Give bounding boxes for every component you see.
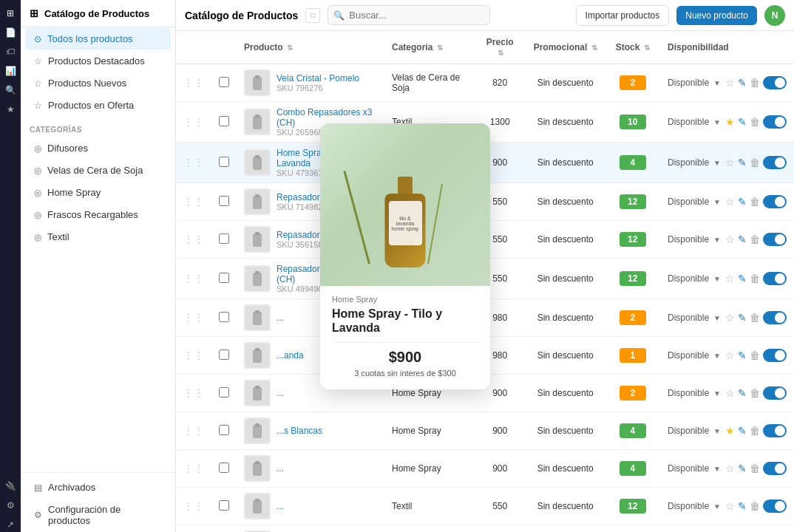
rail-external-icon[interactable]: ↗ (3, 517, 18, 532)
edit-icon[interactable]: ✎ (738, 387, 747, 399)
drag-handle-icon[interactable]: ⋮⋮ (183, 77, 204, 89)
edit-icon[interactable]: ✎ (738, 273, 747, 284)
sidebar-item-todos[interactable]: ⊙Todos los productos (25, 28, 171, 50)
drag-handle-icon[interactable]: ⋮⋮ (183, 387, 204, 399)
delete-icon[interactable]: 🗑 (750, 157, 760, 168)
row-checkbox[interactable] (219, 349, 229, 360)
import-button[interactable]: Importar productos (576, 5, 670, 26)
delete-icon[interactable]: 🗑 (750, 500, 760, 512)
availability-dropdown-icon[interactable]: ▼ (713, 502, 721, 511)
row-checkbox[interactable] (219, 233, 229, 244)
delete-icon[interactable]: 🗑 (750, 387, 760, 399)
row-checkbox[interactable] (219, 77, 229, 87)
row-checkbox[interactable] (219, 196, 229, 206)
sidebar-item-velas[interactable]: ◎Velas de Cera de Soja (25, 160, 171, 181)
row-checkbox[interactable] (219, 463, 229, 473)
edit-icon[interactable]: ✎ (738, 157, 747, 168)
product-name[interactable]: ...anda (276, 350, 304, 361)
edit-icon[interactable]: ✎ (738, 349, 747, 361)
sidebar-item-frascos[interactable]: ◎Frascos Recargables (25, 204, 171, 225)
product-name[interactable]: Vela Cristal - Pomelo (276, 73, 359, 83)
toggle-switch[interactable] (763, 76, 787, 89)
row-checkbox[interactable] (219, 425, 229, 435)
star-icon[interactable]: ☆ (725, 77, 735, 89)
sidebar-item-archivados[interactable]: ▤Archivados (25, 477, 171, 498)
sidebar-item-oferta[interactable]: ☆Productos en Oferta (25, 95, 171, 116)
product-name[interactable]: ... (276, 463, 284, 474)
rail-tag-icon[interactable]: 🏷 (3, 44, 18, 59)
row-checkbox[interactable] (219, 273, 229, 283)
delete-icon[interactable]: 🗑 (750, 196, 760, 208)
rail-page-icon[interactable]: 📄 (3, 25, 18, 40)
delete-icon[interactable]: 🗑 (750, 425, 760, 437)
edit-icon[interactable]: ✎ (738, 196, 747, 208)
toggle-switch[interactable] (763, 349, 787, 362)
sidebar-item-destacados[interactable]: ☆Productos Destacados (25, 50, 171, 72)
availability-dropdown-icon[interactable]: ▼ (713, 427, 721, 435)
availability-dropdown-icon[interactable]: ▼ (713, 198, 721, 206)
availability-dropdown-icon[interactable]: ▼ (713, 275, 721, 283)
sort-promo-icon[interactable]: ⇅ (591, 44, 597, 52)
row-checkbox[interactable] (219, 312, 229, 322)
sidebar-item-configuracion[interactable]: ⚙Configuración de productos (25, 499, 171, 531)
toggle-switch[interactable] (763, 115, 787, 129)
drag-handle-icon[interactable]: ⋮⋮ (183, 116, 204, 128)
star-icon[interactable]: ☆ (725, 157, 735, 168)
edit-icon[interactable]: ✎ (738, 425, 747, 437)
star-icon[interactable]: ☆ (725, 387, 735, 399)
drag-handle-icon[interactable]: ⋮⋮ (183, 312, 204, 324)
availability-dropdown-icon[interactable]: ▼ (713, 118, 721, 126)
edit-icon[interactable]: ✎ (738, 116, 747, 128)
availability-dropdown-icon[interactable]: ▼ (713, 314, 721, 322)
star-icon[interactable]: ★ (725, 425, 735, 437)
rail-plug-icon[interactable]: 🔌 (3, 479, 18, 494)
row-checkbox[interactable] (219, 116, 229, 126)
delete-icon[interactable]: 🗑 (750, 312, 760, 324)
edit-icon[interactable]: ✎ (738, 233, 747, 245)
toggle-switch[interactable] (763, 233, 787, 246)
star-icon[interactable]: ☆ (725, 349, 735, 361)
star-icon[interactable]: ☆ (725, 273, 735, 284)
delete-icon[interactable]: 🗑 (750, 349, 760, 361)
drag-handle-icon[interactable]: ⋮⋮ (183, 196, 204, 208)
delete-icon[interactable]: 🗑 (750, 77, 760, 89)
sort-price-icon[interactable]: ⇅ (498, 49, 503, 57)
product-name[interactable]: ... (276, 313, 284, 323)
sidebar-item-difusores[interactable]: ◎Difusores (25, 137, 171, 159)
drag-handle-icon[interactable]: ⋮⋮ (183, 157, 204, 168)
rail-search2-icon[interactable]: 🔍 (3, 83, 18, 98)
row-checkbox[interactable] (219, 387, 229, 398)
row-checkbox[interactable] (219, 157, 229, 167)
product-name[interactable]: ...s Blancas (276, 426, 322, 436)
product-name[interactable]: ... (276, 501, 284, 511)
delete-icon[interactable]: 🗑 (750, 233, 760, 245)
availability-dropdown-icon[interactable]: ▼ (713, 389, 721, 398)
rail-chart-icon[interactable]: 📊 (3, 64, 18, 78)
search-input[interactable] (328, 5, 490, 25)
edit-icon[interactable]: ✎ (738, 312, 747, 324)
new-product-button[interactable]: Nuevo producto (676, 6, 757, 25)
star-icon[interactable]: ☆ (725, 463, 735, 474)
drag-handle-icon[interactable]: ⋮⋮ (183, 233, 204, 245)
delete-icon[interactable]: 🗑 (750, 273, 760, 284)
toggle-switch[interactable] (763, 499, 787, 513)
sort-product-icon[interactable]: ⇅ (287, 44, 293, 52)
availability-dropdown-icon[interactable]: ▼ (713, 465, 721, 473)
drag-handle-icon[interactable]: ⋮⋮ (183, 500, 204, 512)
product-name[interactable]: ... (276, 388, 284, 398)
rail-settings-icon[interactable]: ⚙ (3, 498, 18, 513)
sort-stock-icon[interactable]: ⇅ (644, 44, 650, 52)
drag-handle-icon[interactable]: ⋮⋮ (183, 349, 204, 361)
toggle-switch[interactable] (763, 424, 787, 437)
toggle-switch[interactable] (763, 156, 787, 169)
star-icon[interactable]: ☆ (725, 196, 735, 208)
edit-icon[interactable]: ✎ (738, 500, 747, 512)
row-checkbox[interactable] (219, 500, 229, 511)
star-icon[interactable]: ★ (725, 116, 735, 128)
sidebar-item-homespray[interactable]: ◎Home Spray (25, 182, 171, 203)
drag-handle-icon[interactable]: ⋮⋮ (183, 463, 204, 474)
toggle-switch[interactable] (763, 462, 787, 475)
star-icon[interactable]: ☆ (725, 500, 735, 512)
drag-handle-icon[interactable]: ⋮⋮ (183, 273, 204, 284)
drag-handle-icon[interactable]: ⋮⋮ (183, 425, 204, 437)
